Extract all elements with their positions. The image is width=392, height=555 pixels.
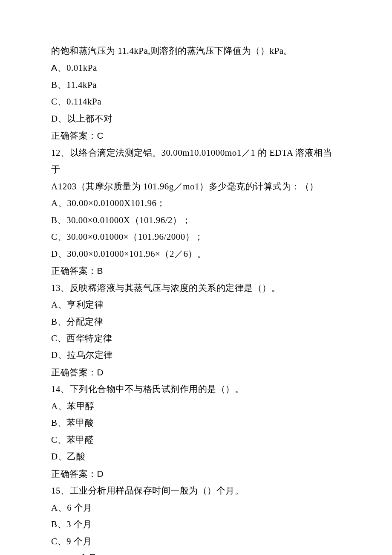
text-line: 正确答案：C [51, 127, 341, 144]
document-page: 的饱和蒸汽压为 11.4kPa,则溶剂的蒸汽压下降值为（）kPa。A、0.01k… [0, 0, 392, 555]
text-line: D、30.00×0.01000×101.96×（2／6）。 [51, 246, 341, 262]
text-line: B、苯甲酸 [51, 415, 341, 431]
text-line: 正确答案：D [51, 465, 341, 482]
text-line: 15、工业分析用样品保存时间一般为（）个月。 [51, 482, 341, 499]
text-line: 正确答案：D [51, 364, 341, 381]
text-line: C、30.00×0.01000×（101.96/2000）； [51, 229, 341, 245]
text-line: A、30.00×0.01000X101.96； [51, 195, 341, 212]
text-line: D、乙酸 [51, 448, 341, 465]
text-line: A、亨利定律 [51, 296, 341, 313]
text-line: 14、下列化合物中不与格氏试剂作用的是（）。 [51, 381, 341, 398]
option-letter: A [51, 63, 58, 73]
text-line: 13、反映稀溶液与其蒸气压与浓度的关系的定律是（）。 [51, 280, 341, 296]
text-line: C、苯甲醛 [51, 432, 341, 448]
answer-letter: D [97, 469, 104, 479]
text-line: A、0.01kPa [51, 59, 341, 76]
text-line: 的饱和蒸汽压为 11.4kPa,则溶剂的蒸汽压下降值为（）kPa。 [51, 43, 341, 59]
answer-letter: C [97, 131, 104, 140]
text-line: B、3 个月 [51, 516, 341, 533]
text-line: C、西华特定律 [51, 330, 341, 347]
text-line: B、11.4kPa [51, 77, 341, 93]
text-line: A、6 个月 [51, 500, 341, 516]
answer-letter: D [97, 367, 104, 377]
text-line: 正确答案：B [51, 262, 341, 279]
text-line: B、30.00×0.01000X（101.96/2）； [51, 212, 341, 229]
text-line: D、拉乌尔定律 [51, 347, 341, 363]
text-line: C、0.114kPa [51, 93, 341, 110]
text-line: A、苯甲醇 [51, 398, 341, 415]
text-line: D、以上都不对 [51, 110, 341, 127]
text-line: D、12 个月 [51, 550, 341, 555]
text-line: A1203（其摩尔质量为 101.96g／mo1）多少毫克的计算式为：（） [51, 178, 341, 195]
text-line: 12、以络合滴定法测定铝。30.00m10.01000mo1／1 的 EDTA … [51, 145, 341, 178]
text-line: B、分配定律 [51, 314, 341, 330]
text-line: C、9 个月 [51, 533, 341, 550]
answer-letter: B [97, 266, 104, 276]
